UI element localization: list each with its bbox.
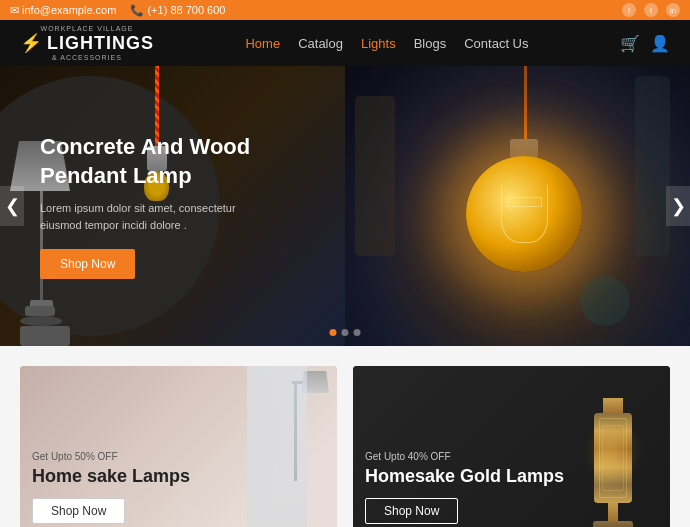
main-nav: Home Catalog Lights Blogs Contact Us xyxy=(245,36,528,51)
top-bar: ✉ info@example.com 📞 (+1) 88 700 600 f t… xyxy=(0,0,690,20)
cards-section: Get Upto 50% OFF Home sake Lamps Shop No… xyxy=(0,346,690,527)
phone-icon: 📞 xyxy=(130,4,147,16)
user-icon[interactable]: 👤 xyxy=(650,34,670,53)
bg-element-1 xyxy=(355,96,395,256)
nav-lights[interactable]: Lights xyxy=(361,36,396,51)
dot-2[interactable] xyxy=(342,329,349,336)
header: WORKPLACE VILLAGE ⚡ LIGHTINGS & ACCESSOR… xyxy=(0,20,690,66)
bulb-scene xyxy=(345,66,690,346)
hero-description: Lorem ipsum dolor sit amet, consectetur … xyxy=(40,200,240,233)
nav-blogs[interactable]: Blogs xyxy=(414,36,447,51)
top-bar-contact: ✉ info@example.com 📞 (+1) 88 700 600 xyxy=(10,4,225,17)
hero-title: Concrete And Wood Pendant Lamp xyxy=(40,133,325,190)
card-1-title: Home sake Lamps xyxy=(32,466,325,488)
card-1-badge: Get Upto 50% OFF xyxy=(32,451,325,462)
card-1-shop-button[interactable]: Shop Now xyxy=(32,498,125,524)
logo-sub-text: & ACCESSORIES xyxy=(52,54,122,61)
email-icon: ✉ xyxy=(10,4,22,16)
card-2-shop-button[interactable]: Shop Now xyxy=(365,498,458,524)
hero-section: Concrete And Wood Pendant Lamp Lorem ips… xyxy=(0,66,690,346)
ornate-lamp xyxy=(585,371,640,527)
dot-3[interactable] xyxy=(354,329,361,336)
card-1: Get Upto 50% OFF Home sake Lamps Shop No… xyxy=(20,366,337,527)
bulb-globe xyxy=(466,156,582,272)
hero-content: Concrete And Wood Pendant Lamp Lorem ips… xyxy=(0,113,345,299)
logo-main: ⚡ LIGHTINGS xyxy=(20,32,154,54)
hero-next-button[interactable]: ❯ xyxy=(666,186,690,226)
logo-top-text: WORKPLACE VILLAGE xyxy=(41,25,134,32)
card-1-content: Get Upto 50% OFF Home sake Lamps Shop No… xyxy=(20,439,337,527)
filament-h xyxy=(507,197,542,207)
hero-dots xyxy=(330,329,361,336)
card-2: Get Upto 40% OFF Homesake Gold Lamps Sho… xyxy=(353,366,670,527)
twitter-icon[interactable]: t xyxy=(644,3,658,17)
hero-shop-now-button[interactable]: Shop Now xyxy=(40,249,135,279)
hero-left: Concrete And Wood Pendant Lamp Lorem ips… xyxy=(0,66,345,346)
instagram-icon[interactable]: in xyxy=(666,3,680,17)
logo-icon: ⚡ xyxy=(20,32,43,54)
hero-prev-button[interactable]: ❮ xyxy=(0,186,24,226)
logo: WORKPLACE VILLAGE ⚡ LIGHTINGS & ACCESSOR… xyxy=(20,25,154,61)
facebook-icon[interactable]: f xyxy=(622,3,636,17)
bulb-wire xyxy=(524,66,527,141)
nav-catalog[interactable]: Catalog xyxy=(298,36,343,51)
nav-contact[interactable]: Contact Us xyxy=(464,36,528,51)
bg-element-2 xyxy=(635,76,670,256)
header-icons: 🛒 👤 xyxy=(620,34,670,53)
phone-contact: 📞 (+1) 88 700 600 xyxy=(130,4,225,17)
filament xyxy=(501,185,547,243)
cart-icon[interactable]: 🛒 xyxy=(620,34,640,53)
social-icons: f t in xyxy=(622,3,680,17)
bg-element-3 xyxy=(580,276,630,326)
dot-1[interactable] xyxy=(330,329,337,336)
hero-right xyxy=(345,66,690,346)
email-contact: ✉ info@example.com xyxy=(10,4,116,17)
nav-home[interactable]: Home xyxy=(245,36,280,51)
